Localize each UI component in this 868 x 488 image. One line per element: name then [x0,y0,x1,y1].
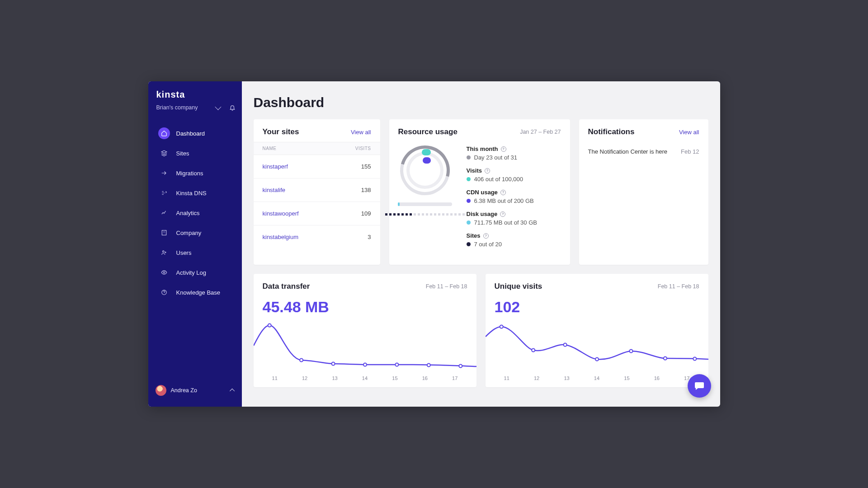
layers-icon [158,147,170,159]
tick: 14 [362,375,368,381]
dot-icon [467,155,471,160]
tick: 12 [302,375,307,381]
table-row[interactable]: kinstabelgium 3 [254,225,380,249]
dot-icon [467,177,471,181]
dns-icon [158,187,170,199]
stat-value: Day 23 out of 31 [474,154,517,161]
sidebar-item-dns[interactable]: Kinsta DNS [153,183,237,203]
notification-date: Feb 12 [681,148,699,155]
tick: 12 [534,375,539,381]
site-name: kinstawooperf [263,210,299,217]
sidebar-item-users[interactable]: Users [153,243,237,263]
company-selector[interactable]: Brian's company [148,104,242,121]
sidebar-item-label: Users [176,249,192,256]
svg-point-12 [532,349,535,352]
sidebar-item-label: Dashboard [176,130,205,137]
view-all-link[interactable]: View all [679,129,699,136]
svg-point-4 [268,324,271,327]
user-menu[interactable]: Andrea Zo [148,380,242,400]
svg-point-16 [663,357,666,360]
date-range: Jan 27 – Feb 27 [520,129,561,135]
help-icon [158,286,170,298]
main-content: Dashboard Your sites View all NAME VISIT… [242,81,720,407]
col-visits: VISITS [355,146,371,151]
sidebar-item-activity[interactable]: Activity Log [153,263,237,282]
info-icon[interactable]: ? [483,233,489,239]
card-title: Unique visits [495,282,542,291]
tick: 17 [452,375,458,381]
info-icon[interactable]: ? [500,211,505,217]
svg-point-10 [459,365,462,368]
stat-label: Disk usage [467,211,498,217]
tick: 11 [504,375,509,381]
table-row[interactable]: kinstaperf 155 [254,155,380,178]
stat-value: 406 out of 100,000 [474,176,523,183]
chat-button[interactable] [688,374,711,398]
eye-icon [158,267,170,278]
stat-label: This month [467,145,498,152]
info-icon[interactable]: ? [485,168,490,174]
notification-item[interactable]: The Notification Center is here Feb 12 [579,142,708,161]
stat-value: 6.38 MB out of 200 GB [474,197,534,204]
sites-bar [385,213,465,216]
sidebar-item-company[interactable]: Company [153,223,237,243]
migrate-icon [158,167,170,179]
notification-text: The Notification Center is here [588,148,668,155]
svg-point-6 [331,362,335,366]
svg-rect-0 [162,230,166,235]
sidebar-item-dashboard[interactable]: Dashboard [153,123,237,143]
site-name: kinstabelgium [263,234,299,240]
dot-icon [467,242,471,246]
tick: 11 [272,375,278,381]
col-name: NAME [263,146,277,151]
svg-point-2 [163,272,165,273]
info-icon[interactable]: ? [501,146,506,152]
site-name: kinstaperf [263,163,288,170]
svg-point-11 [500,325,503,328]
bell-icon[interactable] [229,104,236,111]
x-axis: 11 12 13 14 15 16 17 [254,373,476,383]
page-title: Dashboard [254,95,708,110]
site-visits: 3 [368,234,371,240]
line-chart [254,319,476,373]
card-title: Data transfer [263,282,310,291]
sidebar: kinsta Brian's company Dashboard Sites [148,81,242,407]
data-transfer-card: Data transfer Feb 11 – Feb 18 45.48 MB [254,274,476,387]
home-icon [158,127,170,139]
site-name: kinstalife [263,187,286,193]
stat-label: Visits [467,167,482,174]
sidebar-item-label: Knowledge Base [176,289,221,296]
sidebar-item-label: Sites [176,150,189,157]
analytics-icon [158,207,170,219]
sidebar-item-label: Analytics [176,210,200,216]
info-icon[interactable]: ? [500,190,506,195]
tick: 16 [654,375,660,381]
table-row[interactable]: kinstalife 138 [254,178,380,202]
tick: 16 [422,375,428,381]
unique-visits-card: Unique visits Feb 11 – Feb 18 102 [486,274,708,387]
table-row[interactable]: kinstawooperf 109 [254,202,380,225]
tick: 13 [332,375,337,381]
x-axis: 11 12 13 14 15 16 17 [486,373,708,383]
sidebar-item-analytics[interactable]: Analytics [153,203,237,223]
stat-label: Sites [467,232,481,239]
svg-point-13 [563,343,566,347]
sidebar-item-sites[interactable]: Sites [153,143,237,163]
brand-logo: kinsta [148,89,242,104]
chevron-down-icon [215,104,221,110]
sidebar-item-migrations[interactable]: Migrations [153,163,237,183]
line-chart [486,319,708,373]
dot-icon [467,221,471,225]
card-title: Notifications [588,127,635,136]
sidebar-item-kb[interactable]: Knowledge Base [153,282,237,302]
sidebar-item-label: Company [176,230,202,236]
svg-point-5 [300,359,303,362]
avatar [156,385,166,396]
view-all-link[interactable]: View all [351,129,371,136]
dot-icon [467,199,471,203]
sidebar-nav: Dashboard Sites Migrations Kinsta DNS [148,121,242,302]
svg-point-15 [629,350,632,353]
metric-value: 102 [486,296,708,319]
tick: 15 [624,375,629,381]
site-visits: 109 [361,210,371,217]
